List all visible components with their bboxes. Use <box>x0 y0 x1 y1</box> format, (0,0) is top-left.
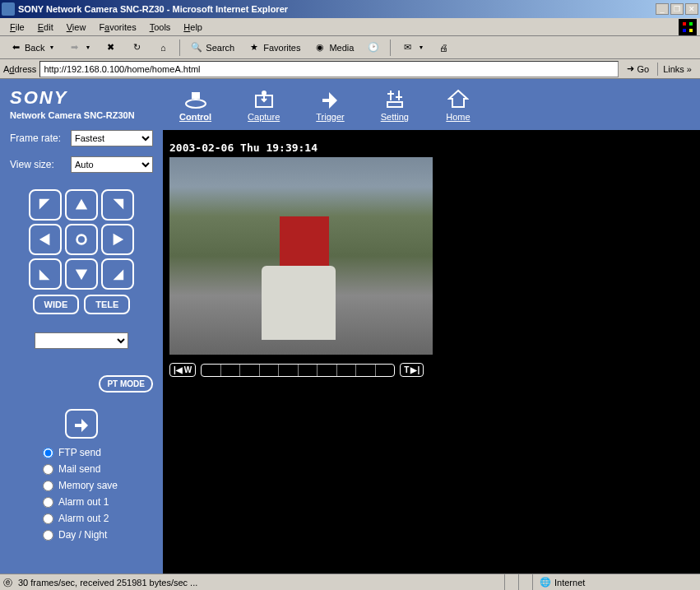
ptz-upright-button[interactable] <box>101 189 134 221</box>
zoom-wide-end-button[interactable]: |◀W <box>169 363 196 377</box>
refresh-icon: ↻ <box>130 41 143 54</box>
print-button[interactable]: 🖨 <box>431 39 456 57</box>
zoom-wide-button[interactable]: WIDE <box>33 295 80 314</box>
stop-button[interactable]: ✖ <box>98 39 123 57</box>
menu-edit[interactable]: Edit <box>31 21 60 34</box>
radio-mail[interactable] <box>43 464 53 475</box>
svg-marker-6 <box>114 199 124 210</box>
media-button[interactable]: ◉ Media <box>308 39 359 57</box>
menu-tools[interactable]: Tools <box>143 21 178 34</box>
radio-ftp-label: FTP send <box>58 447 101 458</box>
svg-rect-0 <box>683 22 686 26</box>
ie-throbber-icon <box>679 19 697 35</box>
tab-trigger-label: Trigger <box>316 112 344 122</box>
radio-alarm1-label: Alarm out 1 <box>58 496 109 508</box>
sony-logo: SONY <box>10 87 153 109</box>
viewsize-select[interactable]: Auto <box>71 156 153 173</box>
menubar: File Edit View Favorites Tools Help <box>0 18 700 36</box>
svg-marker-10 <box>39 270 50 281</box>
back-button[interactable]: ⬅ Back ▼ <box>3 39 60 57</box>
forward-button[interactable]: ➡ ▼ <box>62 39 96 57</box>
forward-arrow-icon: ➡ <box>67 41 81 54</box>
radio-alarm2[interactable] <box>43 513 53 524</box>
video-frame[interactable] <box>169 157 433 355</box>
media-label: Media <box>329 43 354 53</box>
home-button[interactable]: ⌂ <box>151 39 175 57</box>
ptz-upleft-button[interactable] <box>29 189 62 221</box>
radio-memory[interactable] <box>43 481 53 491</box>
ptz-downright-button[interactable] <box>101 258 134 290</box>
search-icon: 🔍 <box>190 41 203 54</box>
address-bar: Address ➜ Go Links » <box>0 59 700 79</box>
ptz-downleft-button[interactable] <box>29 258 62 290</box>
radio-memory-label: Memory save <box>58 480 118 491</box>
radio-alarm1[interactable] <box>43 497 53 508</box>
tab-home[interactable]: Home <box>445 87 471 122</box>
tab-capture[interactable]: Capture <box>248 87 280 122</box>
zoom-slider-row: |◀W T▶| <box>169 363 693 377</box>
svg-marker-12 <box>114 270 124 281</box>
back-dropdown-icon: ▼ <box>49 44 54 50</box>
ptz-right-button[interactable] <box>101 224 134 255</box>
links-button[interactable]: Links » <box>657 63 697 76</box>
control-icon <box>183 87 209 110</box>
svg-marker-7 <box>39 234 50 245</box>
zoom-slider-track[interactable] <box>201 364 395 377</box>
product-name: Network Camera SNC-RZ30N <box>10 110 153 120</box>
home-nav-icon <box>445 87 471 110</box>
address-input[interactable] <box>39 61 619 77</box>
radio-daynight[interactable] <box>43 530 53 541</box>
refresh-button[interactable]: ↻ <box>124 39 149 57</box>
setting-icon <box>382 87 408 110</box>
status-text: 30 frames/sec, received 251981 bytes/sec… <box>18 578 197 588</box>
video-area: 2003-02-06 Thu 19:39:14 |◀W T▶| <box>163 130 700 388</box>
viewsize-label: View size: <box>10 159 66 170</box>
ptz-controls <box>10 189 153 290</box>
favorites-button[interactable]: ★ Favorites <box>242 39 306 57</box>
tab-setting[interactable]: Setting <box>381 87 409 122</box>
svg-rect-2 <box>683 29 686 32</box>
send-trigger-button[interactable] <box>65 409 98 439</box>
svg-rect-1 <box>689 22 693 26</box>
send-options: FTP send Mail send Memory save Alarm out… <box>10 447 153 541</box>
ptz-left-button[interactable] <box>29 224 62 255</box>
address-label: Address <box>3 64 36 74</box>
menu-file[interactable]: File <box>3 21 31 34</box>
favorites-label: Favorites <box>263 43 300 53</box>
tab-control[interactable]: Control <box>179 87 211 122</box>
back-arrow-icon: ⬅ <box>9 41 22 54</box>
ptz-up-button[interactable] <box>65 189 98 221</box>
search-button[interactable]: 🔍 Search <box>184 39 240 57</box>
restore-button[interactable]: ❐ <box>670 3 684 15</box>
zoom-tele-button[interactable]: TELE <box>84 295 130 314</box>
main-panel: Control Capture Trigger Setting Home 200… <box>163 79 700 574</box>
minimize-button[interactable]: _ <box>656 3 669 15</box>
radio-mail-label: Mail send <box>58 463 100 475</box>
status-spacer <box>504 574 518 590</box>
stop-icon: ✖ <box>104 41 117 54</box>
mail-icon: ✉ <box>401 41 414 54</box>
ptmode-button[interactable]: PT MODE <box>99 375 153 393</box>
svg-marker-5 <box>76 199 87 210</box>
tab-trigger[interactable]: Trigger <box>316 87 344 122</box>
history-button[interactable]: 🕑 <box>361 39 386 57</box>
close-button[interactable]: ✕ <box>685 3 698 15</box>
radio-ftp[interactable] <box>43 448 53 458</box>
statusbar: ⓔ 30 frames/sec, received 251981 bytes/s… <box>0 574 700 590</box>
svg-rect-3 <box>689 29 693 32</box>
ie-status-icon: ⓔ <box>3 577 15 588</box>
zoom-tele-end-button[interactable]: T▶| <box>400 363 424 377</box>
framerate-select[interactable]: Fastest <box>71 130 153 146</box>
radio-daynight-label: Day / Night <box>58 529 107 541</box>
svg-point-16 <box>262 91 267 95</box>
svg-point-13 <box>186 100 206 108</box>
menu-help[interactable]: Help <box>177 21 209 34</box>
go-button[interactable]: ➜ Go <box>622 62 654 76</box>
menu-favorites[interactable]: Favorites <box>92 21 142 34</box>
ptz-down-button[interactable] <box>65 258 98 290</box>
preset-select[interactable] <box>35 332 128 349</box>
ptz-center-button[interactable] <box>65 224 98 255</box>
trigger-icon <box>317 87 343 110</box>
mail-button[interactable]: ✉▼ <box>395 39 429 57</box>
menu-view[interactable]: View <box>60 21 93 34</box>
